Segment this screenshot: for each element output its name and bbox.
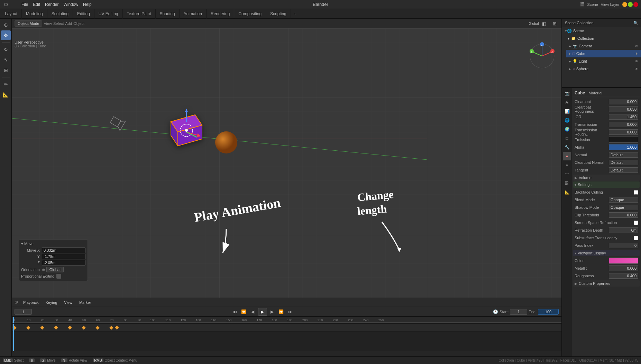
- prop-editing-checkbox[interactable]: [56, 274, 61, 279]
- shadow-mode-value[interactable]: Opaque: [609, 205, 638, 210]
- props-tab-view-layer[interactable]: 📊: [563, 107, 571, 115]
- tab-sculpting[interactable]: Sculpting: [47, 9, 73, 19]
- menu-edit[interactable]: Edit: [31, 1, 42, 8]
- timeline-playhead[interactable]: [13, 317, 14, 323]
- props-tab-object[interactable]: □: [563, 134, 571, 142]
- sphere-visibility-icon[interactable]: 👁: [635, 67, 638, 71]
- timeline-playback-menu[interactable]: Playback: [21, 300, 41, 305]
- props-tab-output[interactable]: 🖨: [563, 98, 571, 106]
- tab-uv-editing[interactable]: UV Editing: [94, 9, 123, 19]
- viewport-display-section-header[interactable]: ▾ Viewport Display: [573, 250, 640, 256]
- light-visibility-icon[interactable]: 👁: [635, 59, 638, 63]
- settings-section-header[interactable]: ▾ Settings: [573, 181, 640, 188]
- viewport-select-label[interactable]: Select: [53, 21, 64, 26]
- overlay-button[interactable]: ⊞: [550, 20, 559, 27]
- camera-visibility-icon[interactable]: 👁: [635, 44, 638, 48]
- jump-end-button[interactable]: ⏭: [286, 308, 294, 316]
- jump-start-button[interactable]: ⏮: [231, 308, 239, 316]
- move-x-value[interactable]: 0.332m: [42, 248, 85, 253]
- play-button[interactable]: ▶: [258, 308, 267, 316]
- next-keyframe-button[interactable]: ▶: [268, 308, 276, 316]
- navigation-gizmo[interactable]: X Y Z: [528, 42, 556, 70]
- props-tab-modifier[interactable]: 🔧: [563, 143, 571, 151]
- current-frame-input[interactable]: [15, 309, 32, 315]
- tab-texture-paint[interactable]: Texture Paint: [123, 9, 156, 19]
- minimize-button[interactable]: [622, 2, 627, 7]
- prev-frame-button[interactable]: ⏪: [240, 308, 248, 316]
- end-frame-input[interactable]: [538, 309, 559, 315]
- ior-value[interactable]: 1.450: [609, 114, 638, 120]
- props-tab-render[interactable]: 📷: [563, 89, 571, 97]
- props-tab-world[interactable]: 🌍: [563, 125, 571, 133]
- rotate-tool-button[interactable]: ↻: [1, 45, 11, 54]
- transmission-value[interactable]: 0.000: [609, 122, 638, 127]
- timeline-tracks[interactable]: [12, 324, 561, 351]
- menu-file[interactable]: File: [19, 1, 30, 8]
- props-tab-material[interactable]: ●: [563, 152, 571, 160]
- props-tab-scene[interactable]: 🌐: [563, 116, 571, 124]
- props-tab-constraints[interactable]: ⛓: [563, 179, 571, 187]
- color-swatch[interactable]: [609, 258, 638, 264]
- global-transform-button[interactable]: Global: [530, 20, 538, 27]
- custom-props-section-header[interactable]: ▶ Custom Properties: [573, 280, 640, 287]
- timeline-view-menu[interactable]: View: [62, 300, 74, 305]
- tab-rendering[interactable]: Rendering: [207, 9, 234, 19]
- normal-value[interactable]: Default: [609, 152, 638, 158]
- timeline-marker-menu[interactable]: Marker: [77, 300, 93, 305]
- clearcoat-normal-value[interactable]: Default: [609, 160, 638, 165]
- orientation-value[interactable]: Global: [46, 267, 64, 272]
- props-tab-physics[interactable]: 〰: [563, 170, 571, 178]
- maximize-button[interactable]: [628, 2, 633, 7]
- viewport-shading-button[interactable]: ◧: [540, 20, 548, 27]
- clearcoat-value[interactable]: 0.000: [609, 99, 638, 104]
- outliner-cube[interactable]: ▸ □ Cube 👁: [566, 50, 641, 57]
- menu-help[interactable]: Help: [81, 1, 94, 8]
- subsurface-trans-checkbox[interactable]: [634, 236, 638, 240]
- move-tool-button[interactable]: ✥: [1, 30, 11, 40]
- object-mode-button[interactable]: Object Mode: [15, 20, 42, 27]
- add-workspace-button[interactable]: +: [291, 10, 299, 18]
- backface-checkbox[interactable]: [634, 190, 638, 195]
- start-frame-input[interactable]: [510, 309, 527, 315]
- roughness-value[interactable]: 0.400: [609, 273, 638, 279]
- menu-window[interactable]: Window: [61, 1, 80, 8]
- menu-render[interactable]: Render: [43, 1, 61, 8]
- ssr-checkbox[interactable]: [634, 221, 638, 225]
- scale-tool-button[interactable]: ⤡: [1, 55, 11, 65]
- prev-keyframe-button[interactable]: ◀: [249, 308, 257, 316]
- refraction-depth-value[interactable]: 0m: [609, 227, 638, 233]
- outliner-camera[interactable]: ▸ 📷 Camera 👁: [566, 42, 641, 50]
- cursor-tool-button[interactable]: ⊕: [1, 20, 11, 30]
- pass-index-value[interactable]: 0: [609, 243, 638, 248]
- transmission-rough-value[interactable]: 0.000: [609, 129, 638, 135]
- tangent-value[interactable]: Default: [609, 167, 638, 173]
- emission-color-swatch[interactable]: [609, 137, 638, 143]
- props-tab-data[interactable]: 📐: [563, 188, 571, 196]
- metallic-value[interactable]: 0.000: [609, 265, 638, 271]
- filter-icon[interactable]: 🔍: [633, 21, 638, 25]
- move-y-value[interactable]: -1.78m: [42, 254, 85, 259]
- close-button[interactable]: [633, 2, 638, 7]
- viewport-add-label[interactable]: Add: [65, 21, 72, 26]
- timeline-keying-menu[interactable]: Keying: [44, 300, 59, 305]
- next-frame-button[interactable]: ⏩: [277, 308, 285, 316]
- clearcoat-roughness-value[interactable]: 0.030: [609, 106, 638, 112]
- cube-visibility-icon[interactable]: 👁: [635, 52, 638, 56]
- move-z-value[interactable]: -2.05m: [42, 260, 85, 265]
- tab-compositing[interactable]: Compositing: [234, 9, 266, 19]
- viewport-view-label[interactable]: View: [44, 21, 52, 26]
- tab-shading[interactable]: Shading: [156, 9, 180, 19]
- measure-tool-button[interactable]: 📐: [1, 90, 11, 100]
- transform-tool-button[interactable]: ⊞: [1, 65, 11, 75]
- viewport-canvas[interactable]: User Perspective (1) Collection | Cube: [12, 28, 561, 305]
- outliner-light[interactable]: ▸ 💡 Light 👁: [566, 57, 641, 65]
- alpha-value[interactable]: 1.000: [609, 144, 638, 150]
- volume-section-header[interactable]: ▶ Volume: [573, 175, 640, 181]
- tab-modeling[interactable]: Modeling: [22, 9, 47, 19]
- tab-editing[interactable]: Editing: [73, 9, 94, 19]
- viewport-area[interactable]: Object Mode View Select Add Object Globa…: [12, 19, 561, 305]
- outliner-scene-collection[interactable]: ▾ 📁 Collection: [562, 35, 641, 42]
- clip-threshold-value[interactable]: 0.000: [609, 212, 638, 218]
- viewport-object-label[interactable]: Object: [73, 21, 84, 26]
- props-tab-particles[interactable]: ✦: [563, 161, 571, 169]
